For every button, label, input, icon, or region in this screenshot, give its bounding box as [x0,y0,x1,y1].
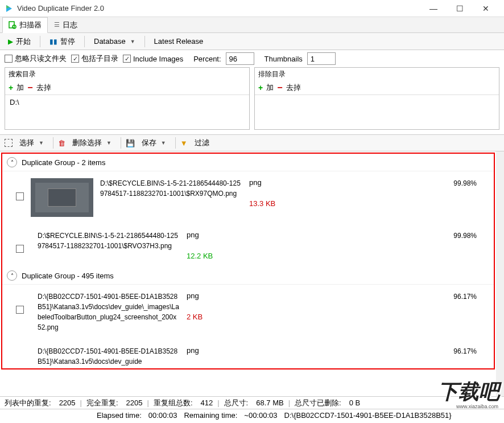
ignore-readonly-checkbox[interactable]: 忽略只读文件夹 [5,54,67,64]
minus-icon: − [277,83,282,93]
save-icon: 💾 [126,139,135,147]
remaining-label: Remaining time: [184,411,237,420]
collapse-icon[interactable]: ˄ [7,157,17,167]
deleted-size-value: 0 B [349,399,361,407]
chevron-down-icon: ▼ [161,140,166,146]
item-path: D:\$RECYCLE.BIN\S-1-5-21-2186544480-1259… [100,178,242,199]
group-title: Duplicate Group - 495 items [22,272,114,280]
results-area[interactable]: ˄ Duplicate Group - 2 items D:\$RECYCLE.… [0,151,504,396]
window-title: Video Duplicate Finder 2.0 [17,4,425,13]
status-bar-1: 列表中的重复: 2205 | 完全重复: 2205 | 重复组总数: 412 |… [0,396,504,409]
search-dir-item[interactable]: D:\ [10,98,245,106]
remove-search-dir-button[interactable]: 去掉 [36,83,51,93]
delete-selected-label: 删除选择 [72,138,102,148]
separator [84,36,85,47]
item-info: png 2 KB [187,291,261,321]
item-similarity: 96.17% [453,293,488,301]
checkbox-icon [5,55,13,63]
titlebar: Video Duplicate Finder 2.0 — ☐ ✕ [0,0,504,17]
start-button[interactable]: ▶ 开始 [3,35,35,48]
main-toolbar: ▶ 开始 ▮▮ 暂停 Database ▼ Latest Release [0,33,504,50]
svg-rect-2 [9,22,14,28]
database-label: Database [94,37,126,46]
item-size: 13.3 KB [249,199,323,208]
latest-release-button[interactable]: Latest Release [150,35,208,47]
item-checkbox[interactable] [16,306,24,314]
elapsed-label: Elapsed time: [97,411,142,420]
filter-icon: ▼ [180,139,188,147]
select-icon [5,139,13,147]
exclude-dirs-toolbar: + 加 − 去掉 [255,81,499,95]
filter-button[interactable]: 过滤 [190,136,214,150]
close-button[interactable]: ✕ [478,2,494,15]
total-size-label: 总尺寸: [224,398,249,408]
separator [40,36,40,47]
group-header[interactable]: ˄ Duplicate Group - 495 items [2,267,494,285]
database-dropdown[interactable]: Database ▼ [89,35,140,47]
percent-label: Percent: [193,55,221,63]
pause-button[interactable]: ▮▮ 暂停 [45,35,80,48]
play-icon: ▶ [8,38,13,46]
item-size: 2 KB [187,313,261,321]
plus-icon: + [9,83,13,92]
pause-label: 暂停 [60,36,75,47]
directories-row: 搜索目录 + 加 − 去掉 D:\ 排除目录 + 加 − 去掉 [0,67,504,134]
separator [144,36,145,47]
minimize-button[interactable]: — [425,2,441,15]
item-size: 12.2 KB [187,252,261,260]
select-dropdown[interactable]: 选择 ▼ [15,136,48,150]
tab-log[interactable]: ☰ 日志 [48,17,84,32]
item-format: png [187,346,261,355]
elapsed-value: 00:00:03 [148,411,177,420]
group-header[interactable]: ˄ Duplicate Group - 2 items [2,154,494,171]
add-search-dir-button[interactable]: 加 [16,83,24,93]
thumbnails-label: Thumbnails [265,55,303,63]
item-checkbox[interactable] [16,245,24,253]
current-path: D:\{BB02CCD7-1501-4901-B5EE-D1A1B3528B51… [284,411,452,420]
select-label: 选择 [19,138,34,148]
scanner-icon [9,21,16,29]
tab-log-label: 日志 [63,20,77,30]
item-path: D:\$RECYCLE.BIN\S-1-5-21-2186544480-1259… [38,231,180,251]
save-dropdown[interactable]: 保存 ▼ [137,136,171,150]
item-format: png [187,231,261,239]
group-title: Duplicate Group - 2 items [22,158,105,167]
search-dirs-toolbar: + 加 − 去掉 [5,81,249,95]
item-similarity: 99.98% [453,232,488,240]
percent-input[interactable] [226,52,254,65]
include-images-checkbox[interactable]: ✓ Include Images [123,55,183,63]
collapse-icon[interactable]: ˄ [7,270,17,281]
full-dup-value: 2205 [126,399,143,407]
pause-icon: ▮▮ [49,38,57,46]
add-exclude-dir-button[interactable]: 加 [266,83,274,93]
status-bar-2: Elapsed time: 00:00:03 Remaining time: ~… [0,409,504,421]
item-format: png [187,291,261,300]
result-item[interactable]: D:\{BB02CCD7-1501-4901-B5EE-D1A1B3528B51… [2,339,494,368]
search-dirs-panel: 搜索目录 + 加 − 去掉 D:\ [5,67,250,130]
tab-scanner[interactable]: 扫描器 [2,17,48,33]
exclude-dirs-panel: 排除目录 + 加 − 去掉 [254,67,499,130]
chevron-down-icon: ▼ [130,39,135,44]
group-total-label: 重复组总数: [154,398,193,408]
search-dirs-title: 搜索目录 [5,68,249,81]
result-item[interactable]: D:\$RECYCLE.BIN\S-1-5-21-2186544480-1259… [2,171,494,224]
tab-bar: 扫描器 ☰ 日志 [0,17,504,33]
item-format: png [249,178,323,187]
remove-exclude-dir-button[interactable]: 去掉 [286,83,301,93]
include-subdirs-checkbox[interactable]: ✓ 包括子目录 [71,54,118,64]
maximize-button[interactable]: ☐ [452,2,468,15]
include-subdirs-label: 包括子目录 [81,54,118,64]
search-dirs-list[interactable]: D:\ [5,95,249,129]
result-item[interactable]: D:\$RECYCLE.BIN\S-1-5-21-2186544480-1259… [2,224,494,267]
delete-selected-dropdown[interactable]: 删除选择 ▼ [68,136,116,150]
checkbox-icon: ✓ [71,55,79,63]
exclude-dirs-list[interactable] [255,95,499,129]
action-bar: 选择 ▼ 🗑 删除选择 ▼ 💾 保存 ▼ ▼ 过滤 [0,134,504,151]
chevron-down-icon: ▼ [39,140,44,146]
ignore-readonly-label: 忽略只读文件夹 [15,54,67,64]
save-label: 保存 [142,138,156,148]
checkbox-icon: ✓ [123,55,131,63]
item-checkbox[interactable] [16,192,24,200]
result-item[interactable]: D:\{BB02CCD7-1501-4901-B5EE-D1A1B3528B51… [2,285,494,339]
thumbnails-input[interactable] [307,52,336,65]
